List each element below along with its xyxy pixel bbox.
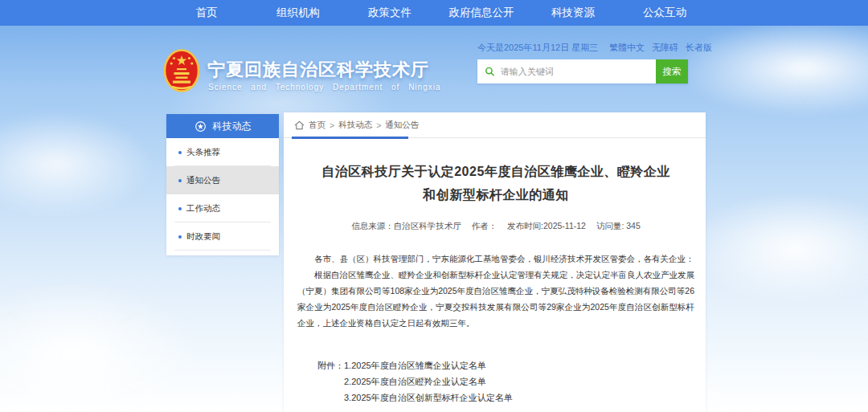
cloud: [675, 20, 868, 116]
search-input-wrap: [477, 59, 656, 84]
home-icon: [294, 120, 305, 130]
sidebar-title: 科技动态: [213, 120, 252, 133]
cloud: [683, 193, 868, 305]
meta-visit-count: 访问量: 345: [596, 221, 641, 230]
nav-item-policy-documents[interactable]: 政策文件: [344, 0, 436, 26]
nav-item-public-interaction[interactable]: 公众互动: [619, 0, 710, 26]
star-circle-icon: [194, 120, 207, 133]
sidebar-item-headline-recommend[interactable]: 头条推荐: [166, 138, 279, 166]
attachment-link-2[interactable]: 2.2025年度自治区瞪羚企业认定名单: [344, 373, 513, 390]
meta-source: 信息来源：自治区科学技术厅: [351, 221, 461, 230]
nav-item-organization[interactable]: 组织机构: [252, 0, 344, 26]
nav-item-gov-info-disclosure[interactable]: 政府信息公开: [436, 0, 527, 26]
sidebar-item-label: 时政要闻: [186, 231, 220, 243]
article-body: 各市、县（区）科技管理部门，宁东能源化工基地管委会，银川经济技术开发区管委会，各…: [297, 251, 694, 331]
nav-item-home[interactable]: 首页: [161, 0, 252, 26]
breadcrumb-tech-news[interactable]: 科技动态: [338, 120, 372, 131]
sidebar: 科技动态 头条推荐 通知公告 工作动态 时政要闻: [166, 114, 279, 255]
link-elderly-version[interactable]: 长者版: [686, 42, 712, 54]
breadcrumb-home[interactable]: 首页: [309, 120, 326, 131]
national-emblem-logo: [164, 49, 199, 95]
breadcrumb-separator: >: [376, 120, 381, 130]
bullet-dot-icon: [178, 151, 182, 154]
topbar-utility-row: 今天是2025年11月12日 星期三 繁體中文 无障碍 长者版: [477, 42, 712, 54]
breadcrumb-separator: >: [330, 120, 334, 130]
top-nav: 首页 组织机构 政策文件 政府信息公开 科技资源 公众互动: [0, 0, 868, 26]
article-meta: 信息来源：自治区科学技术厅 作者： 发布时间:2025-11-12 访问量: 3…: [297, 221, 694, 232]
article-title: 自治区科技厅关于认定2025年度自治区雏鹰企业、瞪羚企业 和创新型标杆企业的通知: [297, 160, 694, 206]
article: 自治区科技厅关于认定2025年度自治区雏鹰企业、瞪羚企业 和创新型标杆企业的通知…: [284, 160, 706, 406]
sidebar-item-work-news[interactable]: 工作动态: [166, 194, 279, 222]
search-bar: 搜索: [477, 59, 688, 84]
search-icon: [485, 66, 495, 77]
attachments-list: 1.2025年度自治区雏鹰企业认定名单 2.2025年度自治区瞪羚企业认定名单 …: [344, 357, 513, 406]
sidebar-item-politics-news[interactable]: 时政要闻: [166, 222, 279, 251]
page: 首页 组织机构 政策文件 政府信息公开 科技资源 公众互动 宁夏回族自治区科学技…: [0, 0, 868, 412]
sidebar-item-notice-announcement[interactable]: 通知公告: [166, 166, 279, 194]
attachments-block: 附件： 1.2025年度自治区雏鹰企业认定名单 2.2025年度自治区瞪羚企业认…: [297, 357, 694, 406]
main-content-panel: 首页 > 科技动态 > 通知公告 自治区科技厅关于认定2025年度自治区雏鹰企业…: [284, 112, 706, 412]
meta-publish-time: 发布时间:2025-11-12: [507, 221, 586, 230]
sidebar-item-label: 工作动态: [186, 203, 220, 214]
search-input[interactable]: [501, 67, 656, 76]
search-button[interactable]: 搜索: [656, 59, 688, 84]
breadcrumb-current: 通知公告: [385, 120, 419, 131]
article-paragraph: 根据自治区雏鹰企业、瞪羚企业和创新型标杆企业认定管理有关规定，决定认定半亩良人农…: [297, 267, 694, 331]
bullet-dot-icon: [178, 235, 182, 239]
site-subtitle: Science and Technology Department of Nin…: [208, 83, 441, 92]
sidebar-item-label: 通知公告: [186, 175, 220, 186]
article-paragraph: 各市、县（区）科技管理部门，宁东能源化工基地管委会，银川经济技术开发区管委会，各…: [297, 251, 694, 267]
sidebar-item-label: 头条推荐: [186, 147, 220, 158]
link-accessibility[interactable]: 无障碍: [652, 42, 678, 54]
quick-links: 繁體中文 无障碍 长者版: [609, 42, 712, 54]
cloud: [0, 112, 153, 217]
today-date-text: 今天是2025年11月12日 星期三: [477, 42, 598, 54]
article-title-line1: 自治区科技厅关于认定2025年度自治区雏鹰企业、瞪羚企业: [297, 160, 694, 183]
site-title: 宁夏回族自治区科学技术厅: [207, 58, 429, 82]
attachments-label: 附件：: [317, 357, 344, 406]
link-traditional-chinese[interactable]: 繁體中文: [609, 42, 645, 54]
bullet-dot-icon: [178, 207, 182, 210]
attachment-link-1[interactable]: 1.2025年度自治区雏鹰企业认定名单: [344, 357, 513, 373]
divider: [174, 250, 271, 251]
bullet-dot-icon: [178, 179, 182, 182]
nav-item-tech-resources[interactable]: 科技资源: [527, 0, 619, 26]
cloud: [0, 281, 201, 412]
meta-author: 作者：: [472, 221, 497, 230]
article-title-line2: 和创新型标杆企业的通知: [297, 183, 694, 206]
sidebar-header: 科技动态: [166, 114, 279, 138]
breadcrumb: 首页 > 科技动态 > 通知公告: [284, 112, 706, 138]
attachment-link-3[interactable]: 3.2025年度自治区创新型标杆企业认定名单: [344, 390, 513, 406]
